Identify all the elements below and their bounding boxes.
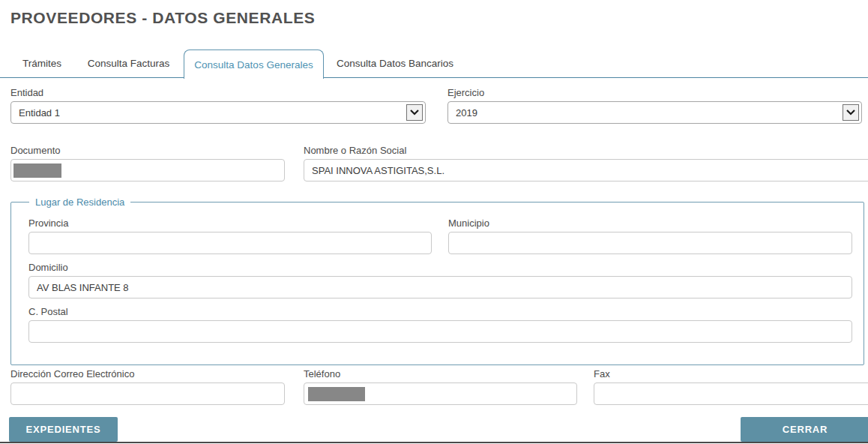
cerrar-button[interactable]: CERRAR — [741, 417, 868, 442]
tab-tramites[interactable]: Trámites — [10, 50, 73, 77]
page-title: PROVEEDORES - DATOS GENERALES — [10, 9, 315, 27]
tab-consulta-facturas[interactable]: Consulta Facturas — [73, 50, 184, 77]
codigo-postal-input[interactable] — [28, 320, 852, 343]
ejercicio-label: Ejercicio — [447, 87, 862, 98]
expedientes-button[interactable]: EXPEDIENTES — [9, 417, 118, 442]
tab-consulta-datos-bancarios[interactable]: Consulta Datos Bancarios — [324, 50, 466, 77]
chevron-down-icon[interactable] — [843, 104, 859, 121]
domicilio-input[interactable] — [28, 276, 852, 298]
ejercicio-selected-value: 2019 — [456, 107, 477, 118]
telefono-field: Teléfono — [304, 368, 577, 405]
entidad-selected-value: Entidad 1 — [19, 107, 60, 118]
tab-label: Consulta Datos Generales — [194, 59, 313, 70]
provincia-input[interactable] — [28, 232, 432, 254]
entidad-select[interactable]: Entidad 1 — [10, 101, 426, 124]
proveedores-page: PROVEEDORES - DATOS GENERALES Trámites C… — [0, 0, 868, 444]
fax-field: Fax — [594, 368, 868, 405]
ejercicio-select[interactable]: 2019 — [447, 101, 862, 124]
telefono-input[interactable] — [304, 382, 577, 405]
tab-consulta-datos-generales[interactable]: Consulta Datos Generales — [184, 50, 324, 79]
redacted-value-block — [308, 387, 365, 401]
documento-label: Documento — [10, 145, 285, 156]
codigo-postal-label: C. Postal — [28, 306, 852, 317]
nombre-razon-social-label: Nombre o Razón Social — [304, 145, 868, 156]
fax-label: Fax — [594, 368, 868, 380]
documento-input[interactable] — [10, 159, 285, 182]
provincia-label: Provincia — [28, 218, 432, 229]
tab-label: Consulta Facturas — [88, 58, 170, 69]
codigo-postal-field: C. Postal — [28, 306, 852, 343]
lugar-de-residencia-legend: Lugar de Residencia — [29, 196, 130, 208]
tab-bar: Trámites Consulta Facturas Consulta Dato… — [0, 50, 868, 78]
domicilio-label: Domicilio — [28, 262, 852, 273]
correo-electronico-field: Dirección Correo Electrónico — [10, 368, 285, 405]
nombre-razon-social-field: Nombre o Razón Social — [304, 145, 868, 182]
entidad-field: Entidad Entidad 1 — [10, 87, 426, 124]
fax-input[interactable] — [594, 382, 868, 405]
chevron-down-icon[interactable] — [406, 104, 423, 121]
redacted-value-block — [13, 164, 61, 178]
ejercicio-field: Ejercicio 2019 — [447, 87, 862, 124]
correo-electronico-label: Dirección Correo Electrónico — [10, 368, 285, 380]
window-bottom-edge — [0, 442, 868, 443]
correo-electronico-input[interactable] — [10, 382, 285, 405]
tab-label: Trámites — [22, 58, 61, 69]
tab-label: Consulta Datos Bancarios — [337, 58, 453, 69]
nombre-razon-social-input[interactable] — [304, 159, 868, 182]
entidad-label: Entidad — [10, 87, 426, 98]
municipio-input[interactable] — [448, 232, 852, 254]
telefono-label: Teléfono — [304, 368, 577, 380]
municipio-label: Municipio — [448, 218, 852, 229]
municipio-field: Municipio — [448, 218, 852, 254]
domicilio-field: Domicilio — [28, 262, 852, 298]
documento-field: Documento — [10, 145, 285, 182]
provincia-field: Provincia — [28, 218, 432, 254]
